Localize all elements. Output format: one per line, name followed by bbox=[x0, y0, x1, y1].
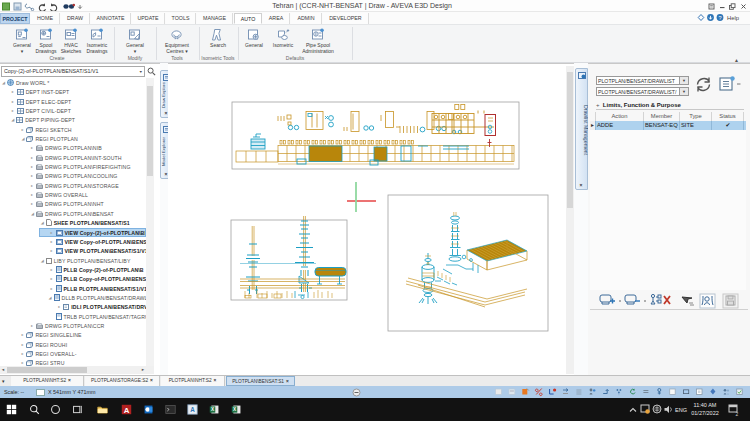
svg-text:?: ? bbox=[718, 15, 721, 21]
svg-text:Help: Help bbox=[727, 15, 739, 21]
svg-text:A: A bbox=[190, 406, 195, 413]
svg-text:A: A bbox=[123, 406, 129, 415]
svg-text:2: 2 bbox=[736, 411, 739, 417]
